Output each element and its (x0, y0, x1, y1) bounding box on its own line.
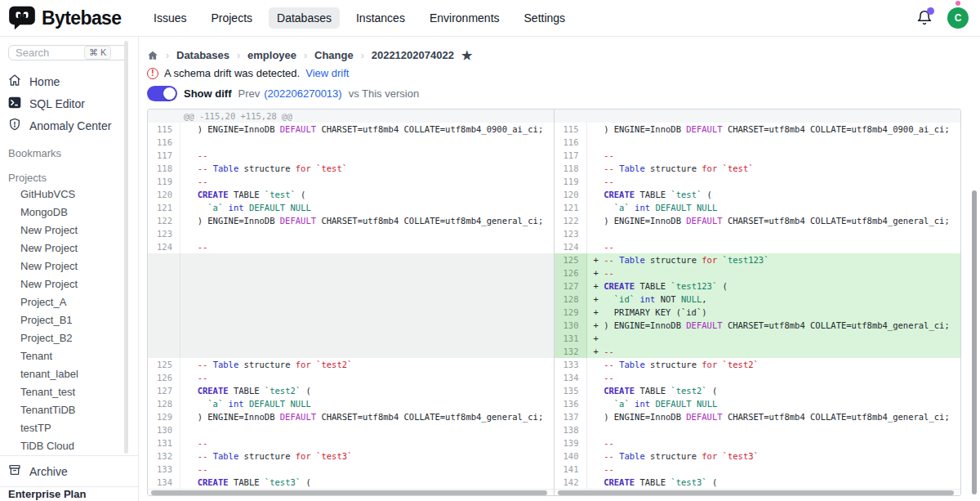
line-number: 116 (148, 136, 180, 149)
sidebar-project-item[interactable]: TenantTiDB (0, 401, 138, 419)
horizontal-scrollbar-left[interactable] (148, 489, 554, 495)
line-number: 115 (555, 123, 587, 136)
code-line: -- (180, 371, 554, 384)
code-line: `a` int DEFAULT NULL (180, 201, 554, 214)
sidebar-project-item[interactable]: New Project (0, 239, 138, 257)
diff-line: 116 (148, 136, 554, 149)
code-line: `a` int DEFAULT NULL (587, 201, 961, 214)
search-shortcut-kbd: ⌘ K (84, 46, 111, 60)
search-box[interactable]: ⌘ K (8, 45, 128, 60)
code-line: ) ENGINE=InnoDB DEFAULT CHARSET=utf8mb4 … (587, 123, 961, 136)
search-input[interactable] (16, 47, 81, 59)
code-line (587, 136, 961, 149)
sidebar-item-sql-editor[interactable]: SQL Editor (0, 92, 138, 114)
sidebar-item-archive[interactable]: Archive (0, 460, 138, 482)
sidebar-project-item[interactable]: Tenant_test (0, 383, 138, 401)
line-number: 128 (555, 293, 587, 306)
bookmark-star-icon[interactable]: ★ (461, 49, 472, 61)
code-line: + (587, 332, 961, 345)
code-line: -- (180, 436, 554, 450)
diff-line: 133 -- (148, 463, 554, 476)
diff-line: 127 CREATE TABLE `test2` ( (148, 384, 554, 397)
line-number: 136 (555, 397, 587, 410)
sidebar-item-anomaly-center[interactable]: Anomaly Center (0, 114, 138, 136)
code-line (180, 227, 554, 240)
nav-item-databases[interactable]: Databases (269, 7, 340, 29)
nav-item-issues[interactable]: Issues (145, 7, 194, 29)
code-line: -- Table structure for `test2` (587, 358, 961, 371)
breadcrumb-version[interactable]: 20221202074022 (372, 49, 454, 61)
line-number: 116 (555, 136, 587, 149)
diff-line: 117 -- (555, 149, 961, 162)
code-line: CREATE TABLE `test3` ( (180, 476, 554, 489)
sidebar-project-item[interactable]: New Project (0, 221, 138, 239)
diff-toolbar: Show diff Prev (202206270013) vs This ve… (147, 86, 961, 101)
diff-line: 121 `a` int DEFAULT NULL (148, 201, 554, 214)
line-number: 129 (555, 306, 587, 319)
projects-section-label: Projects (8, 172, 138, 184)
diff-line-added: 130+ ) ENGINE=InnoDB DEFAULT CHARSET=utf… (555, 319, 961, 332)
code-line: ) ENGINE=InnoDB DEFAULT CHARSET=utf8mb4 … (180, 214, 554, 227)
code-line (180, 136, 554, 149)
scrollbar-thumb[interactable] (558, 490, 955, 495)
diff-line: 115 ) ENGINE=InnoDB DEFAULT CHARSET=utf8… (148, 123, 554, 136)
sidebar-item-label: Anomaly Center (29, 119, 111, 132)
code-line: -- (587, 436, 961, 450)
horizontal-scrollbar-right[interactable] (555, 489, 961, 495)
code-line: `a` int DEFAULT NULL (587, 397, 961, 410)
breadcrumb-separator: › (237, 50, 240, 61)
diff-line: 132 -- Table structure for `test3` (148, 450, 554, 463)
hunk-header (555, 110, 961, 123)
line-number: 118 (555, 162, 587, 175)
diff-line: 136 `a` int DEFAULT NULL (555, 397, 961, 410)
sidebar-project-item[interactable]: TiDB Cloud (0, 437, 138, 455)
show-diff-toggle[interactable] (147, 86, 177, 101)
sidebar-project-item[interactable]: Project_A (0, 293, 138, 311)
toggle-knob (163, 87, 176, 100)
line-number: 120 (148, 188, 180, 201)
sidebar-project-item[interactable]: Tenant (0, 347, 138, 365)
prev-version-link[interactable]: (202206270013) (264, 87, 341, 100)
nav-item-environments[interactable]: Environments (421, 7, 508, 29)
archive-block: Archive (0, 455, 138, 486)
breadcrumb-change[interactable]: Change (314, 49, 354, 61)
nav-item-settings[interactable]: Settings (516, 7, 574, 29)
sidebar-project-item[interactable]: GitHubVCS (0, 186, 138, 204)
line-number: 132 (148, 450, 180, 463)
sidebar-project-item[interactable]: New Project (0, 257, 138, 275)
line-number: 126 (148, 371, 180, 384)
nav-item-instances[interactable]: Instances (348, 7, 413, 29)
page-scrollbar[interactable] (972, 190, 977, 494)
line-number: 124 (555, 240, 587, 253)
avatar[interactable]: C (947, 7, 969, 29)
breadcrumb-home-icon[interactable] (147, 50, 158, 61)
sidebar-project-item[interactable]: Project_B1 (0, 311, 138, 329)
sidebar-project-item[interactable]: New Project (0, 275, 138, 293)
view-drift-link[interactable]: View drift (305, 67, 349, 79)
notifications-button[interactable] (916, 10, 933, 26)
scrollbar-thumb[interactable] (151, 490, 547, 495)
sidebar-project-item[interactable]: Project_B2 (0, 329, 138, 347)
line-number: 137 (555, 410, 587, 423)
sidebar-project-item[interactable]: MongoDB (0, 204, 138, 221)
breadcrumb-employee[interactable]: employee (247, 49, 296, 61)
sidebar-scrollbar[interactable] (124, 41, 128, 454)
sidebar-item-home[interactable]: Home (0, 70, 138, 92)
navbar-right: C (916, 7, 980, 29)
sidebar-project-item[interactable]: testTP (0, 419, 138, 437)
diff-line: 115 ) ENGINE=InnoDB DEFAULT CHARSET=utf8… (555, 123, 961, 136)
bell-icon (916, 15, 933, 29)
plan-badge[interactable]: Enterprise Plan (0, 486, 138, 501)
code-line (587, 423, 961, 436)
bytebase-logo[interactable]: Bytebase (0, 6, 145, 30)
code-line (587, 227, 961, 240)
nav-item-projects[interactable]: Projects (203, 7, 261, 29)
line-number: 130 (555, 319, 587, 332)
line-number: 122 (148, 214, 180, 227)
sidebar-project-item[interactable]: tenant_label (0, 365, 138, 383)
vs-label: vs This version (349, 87, 419, 100)
breadcrumb-databases[interactable]: Databases (176, 49, 229, 61)
project-list: GitHubVCSMongoDBNew ProjectNew ProjectNe… (0, 186, 138, 455)
code-line: + ) ENGINE=InnoDB DEFAULT CHARSET=utf8mb… (587, 319, 961, 332)
line-number: 122 (555, 214, 587, 227)
